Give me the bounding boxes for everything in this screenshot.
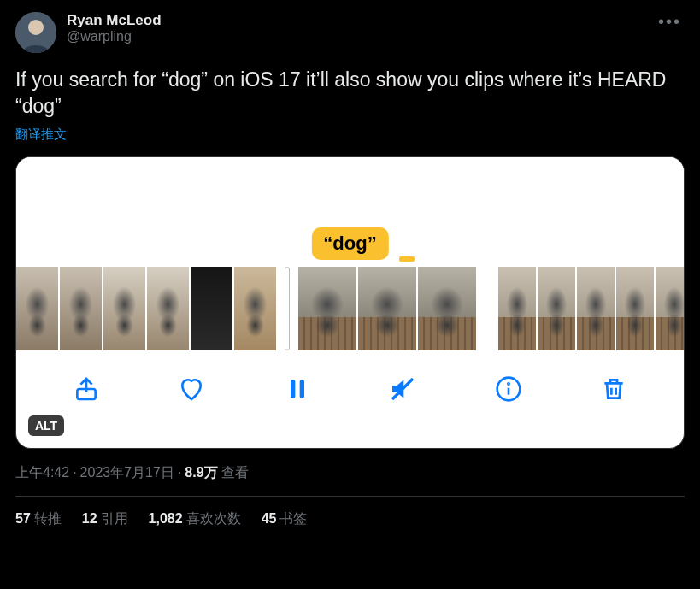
share-icon[interactable] [71, 374, 102, 404]
clip-group-2 [298, 267, 476, 350]
view-count[interactable]: 8.9万 [185, 465, 217, 480]
search-term-chip: “dog” [311, 227, 388, 260]
clip-thumb[interactable] [616, 267, 654, 350]
translate-link[interactable]: 翻译推文 [15, 127, 685, 143]
video-scrubber[interactable] [16, 267, 684, 350]
clip-thumb[interactable] [656, 267, 685, 350]
avatar[interactable] [15, 12, 56, 53]
match-marker [399, 256, 415, 262]
stat-retweet[interactable]: 57转推 [15, 510, 62, 528]
tweet-text: If you search for “dog” on iOS 17 it’ll … [15, 67, 685, 120]
mute-icon[interactable] [387, 374, 418, 404]
view-label: 查看 [218, 465, 249, 480]
clip-group-1 [16, 267, 276, 350]
info-icon[interactable] [493, 374, 524, 404]
pause-icon[interactable] [282, 374, 313, 404]
clip-thumb[interactable] [418, 267, 476, 350]
media-preview: “dog” [16, 157, 684, 267]
playhead[interactable] [285, 267, 290, 350]
svg-point-1 [28, 20, 44, 35]
clip-group-3 [498, 267, 685, 350]
author-block: Ryan McLeod @warpling [67, 12, 655, 44]
stat-like[interactable]: 1,082喜欢次数 [149, 510, 241, 528]
tweet: Ryan McLeod @warpling ••• If you search … [0, 0, 700, 528]
clip-thumb[interactable] [103, 267, 145, 350]
timestamp[interactable]: 上午4:42 [15, 465, 69, 480]
stat-bookmark[interactable]: 45书签 [262, 510, 308, 528]
clip-thumb[interactable] [298, 267, 356, 350]
clip-thumb[interactable] [191, 267, 232, 350]
clip-thumb[interactable] [147, 267, 189, 350]
display-name[interactable]: Ryan McLeod [67, 12, 655, 29]
handle[interactable]: @warpling [67, 29, 655, 44]
svg-rect-4 [299, 380, 303, 398]
stat-quote[interactable]: 12引用 [82, 510, 128, 528]
clip-thumb[interactable] [60, 267, 102, 350]
clip-thumb[interactable] [498, 267, 536, 350]
media-toolbar [16, 350, 684, 427]
svg-rect-3 [291, 380, 295, 398]
clip-thumb[interactable] [538, 267, 575, 350]
tweet-stats: 57转推 12引用 1,082喜欢次数 45书签 [15, 497, 685, 528]
heart-icon[interactable] [176, 374, 207, 404]
alt-badge[interactable]: ALT [28, 415, 64, 436]
clip-thumb[interactable] [234, 267, 276, 350]
tweet-header: Ryan McLeod @warpling ••• [15, 12, 685, 53]
more-button[interactable]: ••• [655, 12, 685, 32]
clip-thumb[interactable] [577, 267, 615, 350]
svg-point-8 [508, 383, 509, 384]
trash-icon[interactable] [598, 374, 629, 404]
datestamp[interactable]: 2023年7月17日 [80, 465, 174, 480]
media-card[interactable]: “dog” [15, 156, 685, 449]
tweet-meta: 上午4:42·2023年7月17日·8.9万 查看 [15, 464, 685, 482]
clip-thumb[interactable] [358, 267, 416, 350]
clip-thumb[interactable] [16, 267, 58, 350]
